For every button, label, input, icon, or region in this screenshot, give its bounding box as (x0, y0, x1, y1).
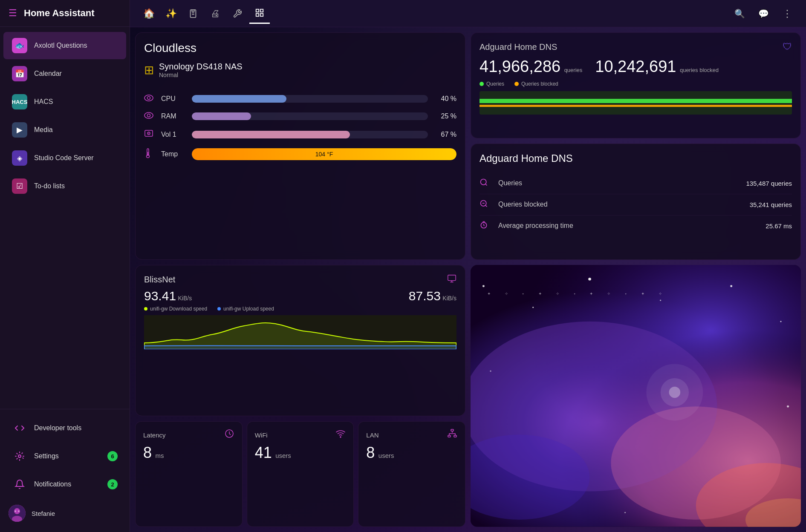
sidebar-header: ☰ Home Assistant (0, 0, 130, 27)
lan-icon (447, 428, 457, 441)
vol-bar-bg (192, 131, 428, 138)
nas-name: Synology DS418 NAS (159, 62, 243, 72)
hamburger-icon[interactable]: ☰ (9, 8, 17, 19)
sidebar-bottom: Developer tools Settings 6 Notifications… (0, 409, 130, 532)
galaxy-image (471, 265, 801, 527)
sidebar-item-settings[interactable]: Settings 6 (3, 443, 126, 470)
top-nav: 🏠 ✨ 🖨 (130, 0, 806, 27)
adguard-chart (480, 91, 792, 115)
lan-label: LAN (366, 431, 378, 439)
cpu-bar (192, 95, 286, 103)
latency-unit: ms (155, 452, 164, 459)
svg-point-54 (490, 371, 491, 372)
svg-point-15 (144, 112, 153, 118)
time-row-value: 25.67 ms (766, 222, 792, 230)
sidebar-item-label: To-do lists (34, 182, 65, 190)
chat-icon[interactable]: 💬 (753, 3, 774, 24)
nav-home-icon[interactable]: 🏠 (139, 3, 159, 24)
blissnet-header: BlissNet (144, 274, 456, 285)
disk-icon (144, 129, 156, 140)
svg-point-49 (588, 278, 591, 281)
ram-value: 25 % (433, 112, 456, 120)
code-icon: ◈ (12, 150, 27, 166)
ram-bar (192, 112, 251, 120)
nav-tool-icon[interactable] (227, 3, 248, 24)
sidebar-item-axolotl-questions[interactable]: 🐟 Axolotl Questions (3, 32, 126, 59)
eye-icon-2 (144, 111, 156, 121)
bottom-stats-row: Latency 8 ms WiFi 41 (135, 421, 465, 527)
lan-unit: users (378, 452, 394, 459)
upload-legend: unifi-gw Upload speed (217, 306, 274, 312)
cpu-metric: CPU 40 % (144, 94, 456, 104)
temp-metric: Temp 104 °F (144, 148, 456, 160)
wifi-card: WiFi 41 users (247, 421, 354, 527)
nav-clipboard-icon[interactable] (183, 3, 203, 24)
nas-icon: ⊞ (144, 63, 154, 77)
wifi-header: WiFi (255, 428, 346, 441)
svg-rect-34 (451, 429, 454, 431)
axolotl-icon: 🐟 (12, 38, 27, 53)
cpu-bar-bg (192, 95, 428, 103)
cloudless-title: Cloudless (144, 41, 456, 55)
vol-value: 67 % (433, 131, 456, 138)
adguard-detail-title: Adguard Home DNS (480, 152, 792, 164)
queries-row-label: Queries (498, 179, 739, 187)
svg-point-0 (18, 455, 21, 457)
temp-label: Temp (161, 150, 187, 158)
hacs-icon: HACS (12, 94, 27, 109)
wifi-value: 41 (255, 444, 272, 461)
svg-rect-10 (260, 9, 263, 12)
speed-legend: unifi-gw Download speed unifi-gw Upload … (144, 306, 456, 312)
svg-point-19 (148, 133, 149, 134)
nas-header: ⊞ Synology DS418 NAS Normal (144, 62, 456, 85)
latency-value: 8 (143, 444, 152, 461)
svg-point-48 (532, 307, 534, 308)
vol-label: Vol 1 (161, 131, 187, 138)
vol-metric: Vol 1 67 % (144, 129, 456, 140)
latency-header: Latency (143, 428, 234, 441)
sidebar-item-to-do-lists[interactable]: ☑ To-do lists (3, 173, 126, 200)
svg-rect-12 (260, 14, 263, 16)
lan-header: LAN (366, 428, 457, 441)
svg-point-26 (481, 179, 486, 184)
sidebar-item-hacs[interactable]: HACS HACS (3, 88, 126, 115)
sidebar-item-calendar[interactable]: 📅 Calendar (3, 60, 126, 87)
svg-point-58 (624, 512, 626, 513)
nav-grid-icon[interactable] (249, 3, 270, 24)
todo-icon: ☑ (12, 178, 27, 194)
sidebar-title: Home Assistant (24, 8, 94, 19)
sidebar-item-notifications[interactable]: Notifications 2 (3, 471, 126, 498)
sidebar-item-developer-tools[interactable]: Developer tools (3, 414, 126, 442)
svg-point-46 (669, 387, 681, 398)
sidebar-item-label: Settings (34, 452, 59, 460)
search-icon[interactable]: 🔍 (729, 3, 750, 24)
cloudless-card: Cloudless ⊞ Synology DS418 NAS Normal CP… (135, 32, 465, 260)
blocked-dot (514, 82, 519, 86)
queries-count: 41,966,286 (480, 58, 560, 75)
nav-sparkles-icon[interactable]: ✨ (161, 3, 181, 24)
blocked-icon (480, 199, 491, 210)
sidebar-item-label: Axolotl Questions (34, 42, 87, 49)
clock-icon (224, 428, 234, 441)
upload-speed: 87.53 KiB/s (409, 289, 456, 303)
blocked-legend-item: Queries blocked (514, 81, 558, 87)
adguard-top-card: Adguard Home DNS 🛡 41,966,286 queries 10… (471, 32, 801, 138)
cpu-label: CPU (161, 95, 187, 103)
temp-bar-container: 104 °F (192, 148, 456, 160)
thermometer-icon (144, 148, 156, 160)
download-speed: 93.41 KiB/s (144, 289, 192, 303)
user-avatar (9, 505, 26, 522)
dashboard: Cloudless ⊞ Synology DS418 NAS Normal CP… (130, 27, 806, 532)
svg-point-51 (730, 285, 732, 288)
more-icon[interactable]: ⋮ (777, 3, 797, 24)
blissnet-title: BlissNet (144, 275, 175, 285)
sidebar-item-studio-code-server[interactable]: ◈ Studio Code Server (3, 144, 126, 172)
calendar-icon: 📅 (12, 66, 27, 81)
blocked-row-label: Queries blocked (498, 201, 743, 208)
adguard-queries-row: Queries 135,487 queries (480, 173, 792, 194)
sidebar-item-label: Studio Code Server (34, 154, 94, 162)
sidebar-user[interactable]: Stefanie (0, 499, 130, 528)
sidebar-item-media[interactable]: ▶ Media (3, 116, 126, 144)
nav-print-icon[interactable]: 🖨 (205, 3, 225, 24)
adguard-numbers: 41,966,286 queries 10,242,691 queries bl… (480, 58, 792, 76)
